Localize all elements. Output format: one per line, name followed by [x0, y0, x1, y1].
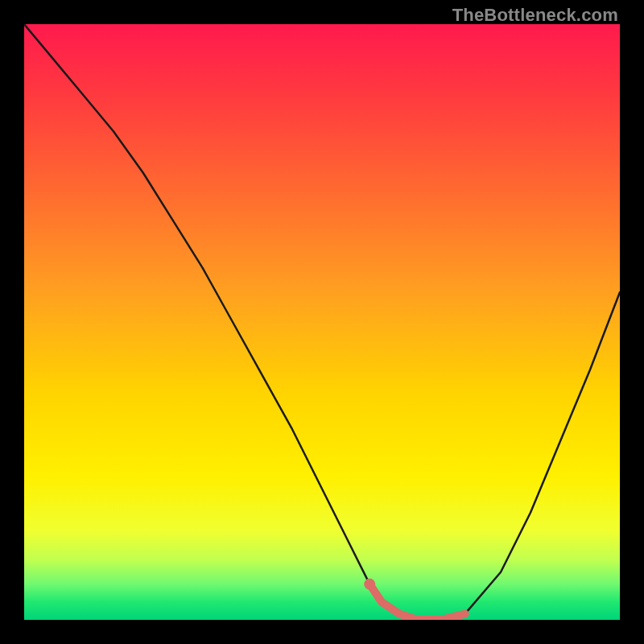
watermark-label: TheBottleneck.com	[452, 5, 618, 26]
chart-frame: TheBottleneck.com	[0, 0, 644, 644]
gradient-background	[24, 24, 620, 620]
